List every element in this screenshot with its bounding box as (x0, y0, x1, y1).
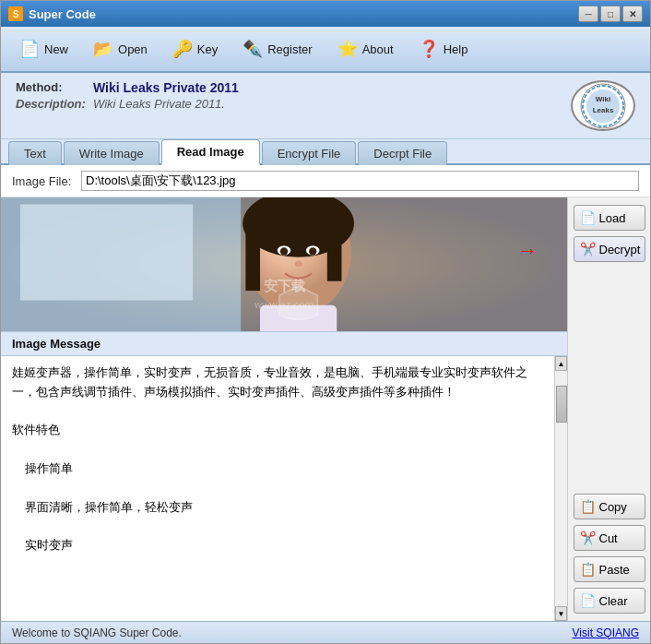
window-title: Super Code (29, 7, 578, 21)
image-panel: 安下载 www.az.com ↙ Image Message (1, 197, 567, 621)
new-icon: 📄 (18, 38, 41, 60)
load-label: Load (599, 211, 626, 225)
open-button[interactable]: 📂 Open (82, 31, 158, 66)
maximize-button[interactable]: □ (600, 6, 621, 22)
main-content: 安下载 www.az.com ↙ Image Message (1, 197, 650, 621)
svg-text:Leaks: Leaks (593, 106, 614, 114)
tab-encrypt-file[interactable]: Encrypt File (262, 141, 357, 165)
file-input[interactable] (81, 171, 639, 191)
message-header: Image Message (1, 331, 567, 356)
copy-button[interactable]: 📋 Copy (574, 494, 645, 519)
method-row: Method: Wiki Leaks Private 2011 (16, 80, 571, 95)
info-bar: Method: Wiki Leaks Private 2011 Descript… (1, 73, 650, 139)
minimize-button[interactable]: ─ (578, 6, 598, 22)
scrollbar[interactable]: ▲ ▼ (554, 356, 567, 621)
file-label: Image File: (12, 174, 81, 188)
content-area: Image File: (1, 165, 650, 621)
open-label: Open (118, 42, 148, 56)
key-button[interactable]: 🔑 Key (161, 31, 228, 66)
svg-rect-11 (245, 223, 260, 291)
tab-write-image[interactable]: Write Image (64, 141, 160, 165)
svg-text:Wiki: Wiki (596, 95, 610, 103)
new-label: New (44, 42, 68, 56)
image-display: 安下载 www.az.com (1, 197, 567, 331)
register-icon: ✒️ (242, 38, 264, 60)
key-icon: 🔑 (172, 38, 194, 60)
app-icon: S (8, 6, 23, 21)
image-area-wrapper: 安下载 www.az.com ↙ (1, 197, 567, 331)
status-bar: Welcome to SQIANG Super Code. Visit SQIA… (1, 621, 650, 643)
open-icon: 📂 (92, 38, 114, 60)
paste-icon: 📋 (580, 562, 596, 577)
svg-point-15 (280, 247, 288, 255)
tabs-bar: Text Write Image Read Image Encrypt File… (1, 139, 650, 165)
about-icon: ⭐ (337, 38, 359, 60)
window-controls: ─ □ ✕ (578, 6, 643, 22)
load-button[interactable]: 📄 Load (574, 205, 645, 231)
close-button[interactable]: ✕ (622, 6, 643, 22)
decrypt-icon: ✂️ (580, 242, 596, 256)
register-button[interactable]: ✒️ Register (231, 31, 322, 66)
tab-text[interactable]: Text (8, 141, 62, 165)
main-window: S Super Code ─ □ ✕ 📄 New 📂 Open 🔑 Key ✒️… (0, 0, 651, 644)
method-value: Wiki Leaks Private 2011 (93, 80, 239, 95)
status-right[interactable]: Visit SQIANG (573, 626, 639, 639)
decrypt-label: Decrypt (599, 243, 641, 256)
svg-point-16 (309, 247, 316, 255)
message-content: ▲ ▼ (1, 356, 567, 621)
paste-button[interactable]: 📋 Paste (574, 556, 645, 582)
desc-label: Description: (16, 97, 89, 111)
copy-label: Copy (599, 500, 627, 514)
load-icon: 📄 (580, 210, 596, 225)
status-left: Welcome to SQIANG Super Code. (12, 626, 182, 639)
svg-point-17 (294, 261, 302, 267)
title-bar: S Super Code ─ □ ✕ (1, 1, 650, 27)
svg-rect-7 (20, 204, 193, 300)
scroll-thumb[interactable] (556, 386, 567, 423)
key-label: Key (197, 42, 218, 56)
help-label: Help (444, 42, 468, 56)
about-button[interactable]: ⭐ About (326, 31, 404, 66)
clear-button[interactable]: 📄 Clear (574, 588, 645, 614)
message-textarea[interactable] (1, 356, 554, 621)
scroll-down[interactable]: ▼ (555, 606, 567, 621)
clear-label: Clear (599, 594, 628, 608)
method-label: Method: (16, 80, 89, 95)
paste-label: Paste (599, 563, 630, 577)
scroll-up[interactable]: ▲ (555, 356, 567, 371)
desc-row: Description: Wiki Leaks Private 2011. (16, 97, 571, 111)
cut-button[interactable]: ✂️ Cut (574, 525, 645, 551)
help-button[interactable]: ❓ Help (408, 31, 479, 66)
toolbar: 📄 New 📂 Open 🔑 Key ✒️ Register ⭐ About ❓… (1, 27, 650, 73)
image-side-buttons: 📄 Load ✂️ Decrypt → 📋 Copy ✂️ Cut (567, 197, 650, 621)
about-label: About (362, 42, 394, 56)
copy-icon: 📋 (580, 499, 596, 514)
wikileaks-logo: Wiki Leaks (571, 80, 635, 131)
image-svg: 安下载 www.az.com (1, 197, 567, 331)
new-button[interactable]: 📄 New (8, 31, 78, 66)
cut-label: Cut (599, 531, 618, 545)
help-icon: ❓ (418, 38, 440, 60)
svg-rect-12 (327, 223, 342, 280)
decrypt-button[interactable]: ✂️ Decrypt (574, 236, 645, 262)
clear-icon: 📄 (580, 593, 596, 608)
desc-value: Wiki Leaks Private 2011. (93, 97, 225, 111)
tab-read-image[interactable]: Read Image (161, 139, 260, 165)
cut-icon: ✂️ (580, 531, 596, 545)
message-section: Image Message ▲ ▼ (1, 331, 567, 621)
file-row: Image File: (1, 165, 650, 197)
info-text: Method: Wiki Leaks Private 2011 Descript… (16, 80, 571, 113)
register-label: Register (267, 42, 312, 56)
tab-decrypt-file[interactable]: Decrpt File (358, 141, 447, 165)
